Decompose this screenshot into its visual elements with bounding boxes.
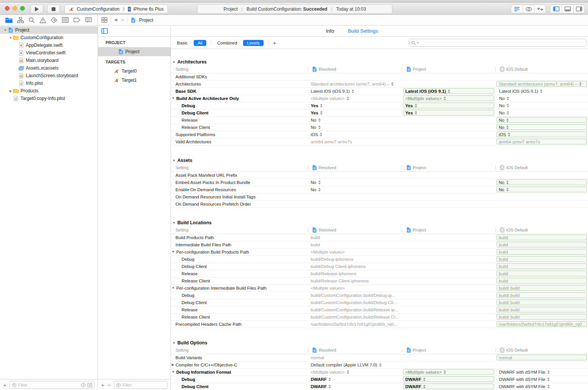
settings-row[interactable]: Intermediate Build Files Pathbuildbuild — [171, 241, 588, 249]
resolved-value[interactable]: build/Debug Client-iphoneos — [311, 263, 401, 270]
toggle-utilities-panel-button[interactable] — [573, 5, 585, 13]
value-stepper[interactable] — [415, 104, 417, 108]
project-value[interactable]: Latest iOS (iOS 9.1) — [403, 88, 494, 94]
file-tree-item[interactable]: ▶Products — [0, 87, 98, 95]
report-navigator-icon[interactable] — [85, 17, 92, 23]
project-value[interactable]: DWARF — [403, 384, 494, 389]
ios-default-value[interactable]: No — [496, 95, 587, 101]
value-stepper[interactable] — [329, 385, 331, 388]
mode-levels[interactable]: Levels — [243, 40, 263, 46]
resolved-value[interactable]: /var/folders/2w/fzd7r6r17s91g51jm86h_rq0… — [311, 321, 401, 327]
ios-default-value[interactable]: Standard architectures (armv7, arm64) – — [496, 81, 587, 87]
value-stepper[interactable] — [540, 89, 542, 93]
ios-default-value[interactable]: No — [496, 179, 587, 185]
value-stepper[interactable] — [318, 181, 321, 184]
settings-row[interactable]: Enable On Demand ResourcesNoNo — [171, 186, 588, 193]
settings-row[interactable]: Supported PlatformsiOSiOS — [171, 131, 588, 138]
ios-default-value[interactable]: build — [496, 249, 587, 255]
ios-default-value[interactable]: build — [496, 278, 587, 284]
test-navigator-icon[interactable] — [51, 17, 57, 23]
jumpbar-title[interactable]: Project — [139, 17, 153, 23]
value-stepper[interactable] — [507, 104, 509, 108]
mode-basic[interactable]: Basic — [175, 40, 189, 46]
settings-row[interactable]: Release Clientbuild/CustomConfiguration.… — [171, 314, 588, 321]
resolved-value[interactable]: build/CustomConfiguration.build/Release-… — [311, 306, 401, 313]
disclosure-triangle[interactable]: ▶ — [172, 363, 174, 366]
settings-row[interactable]: Asset Pack Manifest URL Prefix — [171, 172, 588, 179]
value-stepper[interactable] — [507, 111, 509, 115]
value-stepper[interactable] — [506, 118, 509, 122]
ios-default-value[interactable]: No — [496, 102, 587, 109]
settings-row[interactable]: Valid Architecturesarm64 armv7 armv7sarm… — [171, 138, 588, 146]
value-stepper[interactable] — [507, 97, 509, 100]
file-tree-item[interactable]: Info.plist — [0, 79, 98, 87]
back-button[interactable]: < — [115, 17, 118, 23]
ios-default-value[interactable]: arm64 armv7 armv7s — [496, 139, 587, 144]
value-stepper[interactable] — [352, 89, 354, 93]
resolved-value[interactable]: DWARF — [311, 376, 401, 382]
tab-build-settings[interactable]: Build Settings — [348, 28, 378, 34]
run-button[interactable] — [30, 5, 43, 13]
section-title[interactable]: ▼Architectures — [171, 59, 588, 65]
value-stepper[interactable] — [448, 89, 450, 93]
file-tree-item[interactable]: ViewController.swift — [0, 49, 98, 57]
settings-row[interactable]: Build Products Pathbuildbuild — [171, 234, 588, 241]
settings-row[interactable]: ▼Build Active Architecture Only<Multiple… — [171, 95, 588, 102]
value-stepper[interactable] — [547, 385, 550, 388]
settings-row[interactable]: ReleaseNoNo — [171, 117, 588, 124]
ios-default-value[interactable]: normal — [496, 355, 587, 360]
file-tree-item[interactable]: ▼Project — [0, 26, 98, 34]
resolved-value[interactable]: <Multiple values> — [311, 95, 401, 101]
settings-row[interactable]: On Demand Resources Initial Install Tags — [171, 193, 588, 201]
ios-default-value[interactable]: No — [496, 109, 587, 116]
file-tree-item[interactable]: Assets.xcassets — [0, 64, 98, 72]
resolved-value[interactable]: <Multiple values> — [311, 249, 401, 255]
file-tree-item[interactable]: LaunchScreen.storyboard — [0, 72, 98, 79]
ios-default-value[interactable]: build/.build — [496, 300, 587, 305]
section-title[interactable]: ▼Assets — [171, 157, 588, 164]
resolved-value[interactable]: iOS — [311, 131, 401, 138]
resolved-value[interactable]: build — [311, 234, 401, 241]
symbol-navigator-icon[interactable] — [17, 17, 24, 23]
target-item[interactable]: ATarget0 — [98, 67, 171, 76]
settings-row[interactable]: Debug Clientbuild/Debug Client-iphoneosb… — [171, 263, 588, 270]
settings-row[interactable]: DebugYesYesNo — [171, 102, 588, 109]
recent-files-icon[interactable] — [81, 383, 85, 387]
value-stepper[interactable] — [444, 370, 446, 374]
settings-row[interactable]: Release ClientNoNo — [171, 124, 588, 131]
resolved-value[interactable]: Yes — [311, 102, 401, 109]
project-value[interactable]: <Multiple values> — [403, 95, 494, 101]
resolved-value[interactable]: Yes — [311, 109, 401, 116]
file-tree-item[interactable]: Target0 copy-Info.plist — [0, 95, 98, 102]
search-navigator-icon[interactable] — [28, 17, 35, 23]
value-stepper[interactable] — [347, 370, 349, 374]
ios-default-value[interactable]: build — [496, 256, 587, 262]
resolved-value[interactable]: build/Debug-iphoneos — [311, 256, 401, 262]
ios-default-value[interactable]: DWARF with dSYM File — [496, 369, 587, 375]
resolved-value[interactable]: No — [311, 186, 401, 193]
section-disclosure-triangle[interactable]: ▼ — [172, 60, 175, 64]
ios-default-value[interactable]: build — [496, 235, 587, 240]
settings-row[interactable]: Build Variantsnormalnormal — [171, 354, 588, 361]
targets-filter-field[interactable]: Filter — [114, 381, 168, 389]
value-stepper[interactable] — [547, 370, 550, 374]
value-stepper[interactable] — [415, 111, 417, 115]
settings-row[interactable]: ▶Compiler for C/C++/Objective-CDefault c… — [171, 361, 588, 369]
assistant-editor-button[interactable] — [523, 5, 534, 13]
navigator-filter-field[interactable]: Filter — [9, 381, 95, 389]
disclosure-triangle[interactable]: ▶ — [8, 89, 13, 93]
stop-button[interactable] — [47, 5, 60, 13]
settings-row[interactable]: ArchitecturesStandard architectures (arm… — [171, 81, 588, 88]
value-stepper[interactable] — [506, 181, 509, 184]
value-stepper[interactable] — [320, 104, 322, 108]
disclosure-triangle[interactable]: ▼ — [172, 286, 175, 290]
resolved-value[interactable]: build/CustomConfiguration.build/Debug Cl… — [311, 299, 401, 306]
mode-combined[interactable]: Combined — [216, 40, 239, 46]
file-tree-item[interactable]: AppDelegate.swift — [0, 41, 98, 49]
ios-default-value[interactable]: No — [496, 187, 587, 192]
value-stepper[interactable] — [318, 118, 321, 122]
section-title[interactable]: ▼Build Options — [171, 339, 588, 346]
settings-row[interactable]: Embed Asset Packs In Product BundleNoNo — [171, 179, 588, 186]
resolved-value[interactable]: build — [311, 241, 401, 248]
section-disclosure-triangle[interactable]: ▼ — [172, 221, 175, 225]
